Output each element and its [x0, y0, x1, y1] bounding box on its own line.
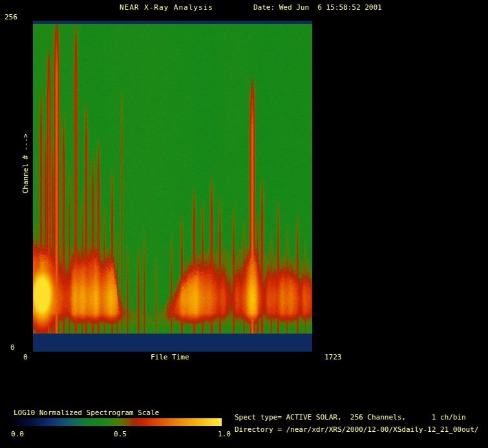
directory-line: Directory = /near/xdr/XRS/2000/12-00/XSd…: [235, 426, 479, 434]
y-axis-max-label: 256: [5, 14, 17, 21]
spectrogram-image: [33, 21, 312, 352]
x-axis-title: File Time: [151, 354, 189, 361]
colorbar-gradient: [14, 418, 222, 426]
date-label: Date: Wed Jun 6 15:58:52 2001: [253, 4, 382, 12]
y-axis-min-label: 0: [10, 344, 15, 352]
y-axis-title: Channel # --->: [22, 134, 30, 194]
spect-type-line: Spect type= ACTIVE SOLAR, 256 Channels, …: [235, 414, 466, 421]
colorbar-tick-mid: 0.5: [114, 431, 127, 438]
x-axis-max-label: 1723: [324, 354, 342, 361]
colorbar-tick-max: 1.0: [218, 431, 231, 438]
x-axis-min-label: 0: [23, 354, 28, 361]
page-title: NEAR X-Ray Analysis: [120, 4, 213, 12]
colorbar-title: LOG10 Normalized Spectrogram Scale: [14, 409, 159, 417]
colorbar-tick-min: 0.0: [11, 431, 24, 438]
near-xray-analysis-window: NEAR X-Ray Analysis Date: Wed Jun 6 15:5…: [0, 0, 488, 448]
